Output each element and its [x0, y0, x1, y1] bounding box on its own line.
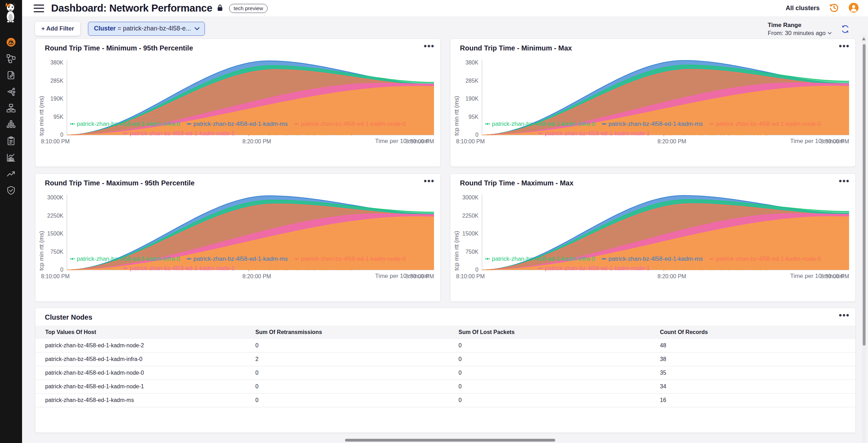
- chart-legend: patrick-zhan-bz-4l58-ed-1-kadm-infra-0pa…: [455, 120, 851, 138]
- legend-label: patrick-zhan-bz-4l58-ed-1-kadm-infra-0: [492, 120, 595, 128]
- sidebar-item-trends[interactable]: [0, 166, 22, 182]
- sidebar-item-topology[interactable]: [0, 50, 22, 67]
- add-filter-button[interactable]: + Add Filter: [35, 22, 80, 36]
- legend-item[interactable]: patrick-zhan-bz-4l58-ed-1-kadm-node-1: [538, 264, 650, 273]
- legend-label: patrick-zhan-bz-4l58-ed-1-kadm-node-0: [716, 120, 821, 128]
- filter-field: Cluster: [94, 25, 116, 32]
- legend-label: patrick-zhan-bz-4l58-ed-1-kadm-ms: [193, 254, 288, 263]
- legend-item[interactable]: patrick-zhan-bz-4l58-ed-1-kadm-ms: [186, 120, 288, 128]
- cell-record-count: 34: [650, 380, 855, 393]
- series-toggle-icon: [294, 256, 299, 261]
- x-tick: 8:20:00 PM: [657, 138, 686, 144]
- sidebar-item-analytics[interactable]: [0, 149, 22, 166]
- legend-item[interactable]: patrick-zhan-bz-4l58-ed-1-kadm-node-1: [123, 264, 235, 273]
- cell-retransmissions: 2: [246, 353, 449, 366]
- topology-icon: [6, 54, 16, 63]
- refresh-icon[interactable]: [841, 25, 850, 35]
- legend-item[interactable]: patrick-zhan-bz-4l58-ed-1-kadm-infra-0: [485, 254, 595, 263]
- series-toggle-icon: [70, 121, 75, 127]
- legend-item[interactable]: patrick-zhan-bz-4l58-ed-1-kadm-node-1: [123, 129, 235, 138]
- calico-cat-logo[interactable]: [3, 2, 19, 25]
- menu-icon[interactable]: [34, 5, 44, 12]
- cell-retransmissions: 0: [246, 339, 449, 352]
- history-icon[interactable]: [829, 2, 839, 14]
- scroll-up-icon[interactable]: [862, 37, 866, 40]
- legend-item[interactable]: patrick-zhan-bz-4l58-ed-1-kadm-infra-0: [70, 120, 180, 128]
- legend-item[interactable]: patrick-zhan-bz-4l58-ed-1-kadm-node-0: [709, 120, 821, 128]
- series-toggle-icon: [186, 256, 192, 261]
- series-toggle-icon: [656, 131, 661, 136]
- x-tick: 8:20:00 PM: [242, 138, 271, 144]
- legend-label: patrick-zhan-bz-4l58-ed-1-kadm-node-1: [130, 264, 235, 273]
- user-avatar-icon[interactable]: [848, 2, 859, 14]
- panel-title: Round Trip Time - Minimum - Max: [450, 39, 855, 52]
- top-header: Dashboard: Network Performance tech prev…: [22, 0, 868, 17]
- cell-host: patrick-zhan-bz-4l58-ed-1-kadm-ms: [35, 394, 246, 407]
- sidebar-item-clusters[interactable]: [0, 116, 22, 133]
- y-tick: 2250K: [462, 213, 479, 219]
- legend-item[interactable]: patrick-zhan-bz-4l58-ed-1-kadm-infra-0: [485, 120, 595, 128]
- x-tick: 8:10:00 PM: [456, 138, 485, 144]
- legend-label: patrick-zhan-bz-4l58-ed-1-kadm-node-2: [248, 129, 353, 138]
- legend-item[interactable]: patrick-zhan-bz-4l58-ed-1-kadm-node-0: [709, 254, 821, 263]
- x-axis-note: Time per 10 minutes: [375, 273, 429, 280]
- sidebar-item-security[interactable]: [0, 182, 22, 199]
- series-toggle-icon: [241, 266, 246, 271]
- cell-host: patrick-zhan-bz-4l58-ed-1-kadm-node-0: [35, 366, 246, 380]
- panel-menu-icon[interactable]: [839, 42, 850, 50]
- y-tick: 380K: [50, 60, 64, 66]
- cell-lost-packets: 0: [449, 394, 650, 407]
- series-toggle-icon: [123, 131, 128, 136]
- x-tick: 8:10:00 PM: [41, 273, 70, 279]
- time-range-label: Time Range: [768, 22, 832, 29]
- cluster-nodes-panel: Cluster Nodes Top Values Of Host Sum Of …: [35, 308, 856, 433]
- horizontal-scrollbar-thumb[interactable]: [345, 439, 555, 442]
- legend-item[interactable]: patrick-zhan-bz-4l58-ed-1-kadm-ms: [601, 120, 703, 128]
- sidebar-item-dashboards[interactable]: [0, 34, 22, 50]
- panel-title: Cluster Nodes: [35, 308, 855, 321]
- vertical-scrollbar-thumb[interactable]: [863, 44, 866, 346]
- legend-item[interactable]: patrick-zhan-bz-4l58-ed-1-kadm-node-0: [294, 254, 406, 263]
- panel-title: Round Trip Time - Maximum - 95th Percent…: [35, 174, 440, 187]
- panel-menu-icon[interactable]: [424, 42, 435, 50]
- x-axis-note: Time per 10 minutes: [375, 138, 429, 145]
- legend-item[interactable]: patrick-zhan-bz-4l58-ed-1-kadm-infra-0: [70, 254, 180, 263]
- sidebar-item-connections[interactable]: [0, 83, 22, 100]
- legend-label: patrick-zhan-bz-4l58-ed-1-kadm-ms: [193, 120, 288, 128]
- series-toggle-icon: [241, 131, 246, 136]
- legend-item[interactable]: patrick-zhan-bz-4l58-ed-1-kadm-node-2: [241, 264, 353, 273]
- series-toggle-icon: [601, 121, 607, 127]
- panel-menu-icon[interactable]: [424, 177, 435, 185]
- legend-item[interactable]: patrick-zhan-bz-4l58-ed-1-kadm-node-2: [656, 264, 768, 273]
- legend-item[interactable]: patrick-zhan-bz-4l58-ed-1-kadm-node-2: [241, 129, 353, 138]
- cell-retransmissions: 0: [246, 380, 449, 393]
- series-toggle-icon: [656, 266, 661, 271]
- legend-label: patrick-zhan-bz-4l58-ed-1-kadm-node-2: [663, 129, 768, 138]
- all-clusters-selector[interactable]: All clusters: [786, 5, 820, 12]
- series-toggle-icon: [709, 256, 714, 261]
- legend-item[interactable]: patrick-zhan-bz-4l58-ed-1-kadm-ms: [601, 254, 703, 263]
- panel-menu-icon[interactable]: [839, 311, 850, 319]
- vertical-scrollbar[interactable]: [862, 35, 866, 443]
- chart-panel: Round Trip Time - Maximum - 95th Percent…: [35, 173, 441, 302]
- filter-operator: =: [117, 25, 121, 32]
- cluster-circles-icon: [6, 120, 16, 129]
- legend-item[interactable]: patrick-zhan-bz-4l58-ed-1-kadm-node-1: [538, 129, 650, 138]
- legend-item[interactable]: patrick-zhan-bz-4l58-ed-1-kadm-node-2: [656, 129, 768, 138]
- cluster-filter-pill[interactable]: Cluster = patrick-zhan-bz-4l58-e...: [88, 22, 205, 36]
- legend-item[interactable]: patrick-zhan-bz-4l58-ed-1-kadm-ms: [186, 254, 288, 263]
- cell-retransmissions: 0: [246, 394, 449, 407]
- cell-record-count: 35: [650, 366, 855, 380]
- y-tick: 190K: [466, 96, 479, 102]
- cell-retransmissions: 0: [246, 366, 449, 380]
- trend-icon: [6, 169, 16, 179]
- column-header: Sum Of Retransmissions: [246, 326, 449, 339]
- sidebar-item-logs[interactable]: [0, 133, 22, 149]
- sidebar-item-reports[interactable]: [0, 67, 22, 83]
- panel-menu-icon[interactable]: [839, 177, 850, 185]
- dashboard-content: + Add Filter Cluster = patrick-zhan-bz-4…: [22, 17, 868, 443]
- time-range-control[interactable]: Time Range From: 30 minutes ago: [768, 22, 832, 37]
- legend-item[interactable]: patrick-zhan-bz-4l58-ed-1-kadm-node-0: [294, 120, 406, 128]
- sidebar-item-sitemap[interactable]: [0, 100, 22, 116]
- legend-label: patrick-zhan-bz-4l58-ed-1-kadm-infra-0: [492, 254, 595, 263]
